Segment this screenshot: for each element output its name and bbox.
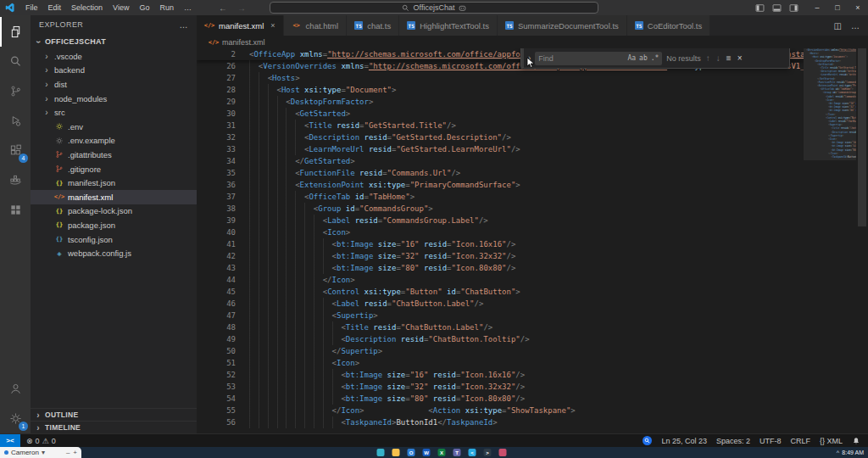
nav-forward-icon[interactable]: →	[237, 3, 246, 13]
zoom-indicator-icon[interactable]	[643, 436, 652, 445]
code-line-50[interactable]: 50 </Supertip>	[197, 345, 804, 357]
find-widget-sash[interactable]	[521, 48, 524, 68]
problems-button[interactable]: ⊗ 0 ⚠ 0	[20, 437, 62, 445]
remote-indicator[interactable]: ><	[0, 434, 20, 447]
code-line-43[interactable]: 43 <bt:Image size="80" resid="Icon.80x80…	[197, 262, 804, 274]
regex-toggle[interactable]: .*	[651, 53, 659, 64]
code-line-48[interactable]: 48 <Title resid="ChatButton.Label"/>	[197, 321, 804, 333]
folder-backend[interactable]: ›backend	[31, 64, 197, 78]
code-line-45[interactable]: 45 <Control xsi:type="Button" id="ChatBu…	[197, 286, 804, 298]
run-and-debug-icon[interactable]	[0, 106, 31, 136]
section-outline[interactable]: ›OUTLINE	[31, 408, 197, 421]
folder-node_modules[interactable]: ›node_modules	[31, 92, 197, 106]
minimap-slider[interactable]	[804, 48, 856, 160]
code-line-42[interactable]: 42 <bt:Image size="32" resid="Icon.32x32…	[197, 250, 804, 262]
scrollbar-thumb[interactable]	[858, 48, 866, 226]
status-encoding[interactable]: UTF-8	[760, 437, 782, 445]
file-.env[interactable]: .env	[31, 120, 197, 134]
menu-go[interactable]: Go	[134, 0, 154, 15]
copilot-icon[interactable]	[459, 4, 466, 12]
file-package-lock.json[interactable]: {}package-lock.json	[31, 204, 197, 219]
code-line-40[interactable]: 40 <Icon>	[197, 226, 804, 238]
vertical-scrollbar[interactable]	[856, 48, 868, 433]
code-editor[interactable]: 2<OfficeApp xmlns="http://schemas.micros…	[197, 48, 868, 433]
account-icon[interactable]	[0, 374, 31, 404]
nav-back-icon[interactable]: ←	[219, 3, 227, 13]
close-window-button[interactable]: ×	[848, 0, 868, 15]
status-cursor-position[interactable]: Ln 25, Col 23	[661, 437, 707, 445]
find-input[interactable]: Find Aaab.*	[535, 52, 662, 65]
search-icon[interactable]	[0, 47, 31, 76]
code-line-54[interactable]: 54 <bt:Image size="80" resid="Icon.80x80…	[197, 393, 804, 405]
settings-gear-icon[interactable]: 1	[0, 404, 31, 433]
menu-edit[interactable]: Edit	[43, 0, 67, 15]
taskbar-teams-icon[interactable]: T	[453, 449, 461, 456]
tab-chat.html[interactable]: <>chat.html	[284, 15, 348, 36]
code-line-35[interactable]: 35 <FunctionFile resid="Commands.Url"/>	[197, 167, 804, 179]
toggle-panel-icon[interactable]	[772, 3, 782, 13]
system-tray[interactable]: ^	[837, 450, 839, 455]
code-line-28[interactable]: 28 <Host xsi:type="Document">	[197, 84, 804, 96]
tray-chevron-icon[interactable]: ^	[837, 450, 839, 455]
file-.env.example[interactable]: .env.example	[31, 134, 197, 148]
taskbar-start-icon[interactable]	[362, 449, 370, 456]
file-package.json[interactable]: {}package.json	[31, 218, 197, 232]
toggle-replace-icon[interactable]: ›	[528, 53, 531, 64]
explorer-icon[interactable]	[0, 17, 31, 47]
whole-word-toggle[interactable]: ab	[639, 53, 648, 64]
taskbar-word-icon[interactable]: W	[423, 449, 431, 456]
code-line-56[interactable]: 56 <TaskpaneId>ButtonId1</TaskpaneId>	[197, 416, 804, 428]
code-line-33[interactable]: 33 <LearnMoreUrl resid="GetStarted.Learn…	[197, 143, 804, 155]
docker-icon[interactable]	[0, 165, 31, 195]
command-center-search[interactable]: OfficejsChat	[270, 2, 598, 14]
taskbar-clock[interactable]: 8:49 AM	[842, 450, 864, 455]
menu-selection[interactable]: Selection	[66, 0, 108, 15]
file-.gitignore[interactable]: .gitignore	[31, 162, 197, 176]
code-line-53[interactable]: 53 <bt:Image size="32" resid="Icon.32x32…	[197, 381, 804, 393]
match-case-toggle[interactable]: Aa	[627, 53, 636, 64]
status-indentation[interactable]: Spaces: 2	[716, 437, 750, 445]
code-line-46[interactable]: 46 <Label resid="ChatButton.Label"/>	[197, 298, 804, 310]
menu-file[interactable]: File	[20, 0, 43, 15]
folder-dist[interactable]: ›dist	[31, 77, 197, 92]
tab-manifest.xml[interactable]: </>manifest.xml×	[197, 15, 284, 36]
taskbar-outlook-icon[interactable]: O	[408, 449, 415, 456]
menu-run[interactable]: Run	[154, 0, 179, 15]
code-line-41[interactable]: 41 <bt:Image size="16" resid="Icon.16x16…	[197, 238, 804, 250]
section-timeline[interactable]: ›TIMELINE	[31, 421, 197, 433]
code-line-30[interactable]: 30 <GetStarted>	[197, 108, 804, 120]
find-in-selection-icon[interactable]: ≡	[726, 53, 732, 64]
taskbar-file-explorer-icon[interactable]	[392, 449, 400, 456]
code-line-27[interactable]: 27 <Hosts>	[197, 72, 804, 84]
split-editor-icon[interactable]: ◫	[834, 21, 842, 31]
status-eol[interactable]: CRLF	[790, 437, 810, 445]
overlay-expand-icon[interactable]: +	[73, 449, 77, 456]
overlay-minimize-icon[interactable]: –	[66, 449, 70, 456]
status-language-mode[interactable]: {} XML	[820, 437, 843, 445]
code-line-34[interactable]: 34 </GetStarted>	[197, 155, 804, 167]
toggle-sidebar-icon[interactable]	[755, 3, 765, 13]
file-manifest.xml[interactable]: </>manifest.xml	[31, 190, 197, 204]
tab-chat.ts[interactable]: TSchat.ts	[347, 15, 399, 36]
minimize-button[interactable]: –	[807, 0, 827, 15]
tab-SummarizeDocumentTool.ts[interactable]: TSSummarizeDocumentTool.ts	[498, 15, 627, 36]
find-close-icon[interactable]: ×	[737, 53, 743, 64]
breadcrumb[interactable]: </> manifest.xml	[197, 36, 868, 48]
source-control-icon[interactable]	[0, 76, 31, 106]
menu-more[interactable]: …	[179, 0, 197, 15]
code-line-31[interactable]: 31 <Title resid="GetStarted.Title"/>	[197, 120, 804, 131]
tab-HighlightTextTool.ts[interactable]: TSHighlightTextTool.ts	[399, 15, 498, 36]
folder-.vscode[interactable]: ›.vscode	[31, 49, 197, 64]
taskbar-snipping-tool-icon[interactable]	[499, 449, 507, 456]
notifications-bell-icon[interactable]	[852, 437, 860, 445]
file-manifest.json[interactable]: {}manifest.json	[31, 176, 197, 190]
taskbar-vscode-icon[interactable]: <	[469, 449, 476, 456]
code-line-49[interactable]: 49 <Description resid="ChatButton.Toolti…	[197, 333, 804, 345]
maximize-button[interactable]: □	[827, 0, 848, 15]
minimap[interactable]: <VersionOverrides xmlns="http://schemas.…	[804, 48, 856, 433]
microsoft-365-icon[interactable]	[0, 195, 31, 225]
code-line-36[interactable]: 36 <ExtensionPoint xsi:type="PrimaryComm…	[197, 179, 804, 191]
code-line-44[interactable]: 44 </Icon>	[197, 274, 804, 286]
code-line-55[interactable]: 55 </Icon> <Action xsi:type="ShowTaskpan…	[197, 405, 804, 416]
taskbar-excel-icon[interactable]: X	[438, 449, 446, 456]
